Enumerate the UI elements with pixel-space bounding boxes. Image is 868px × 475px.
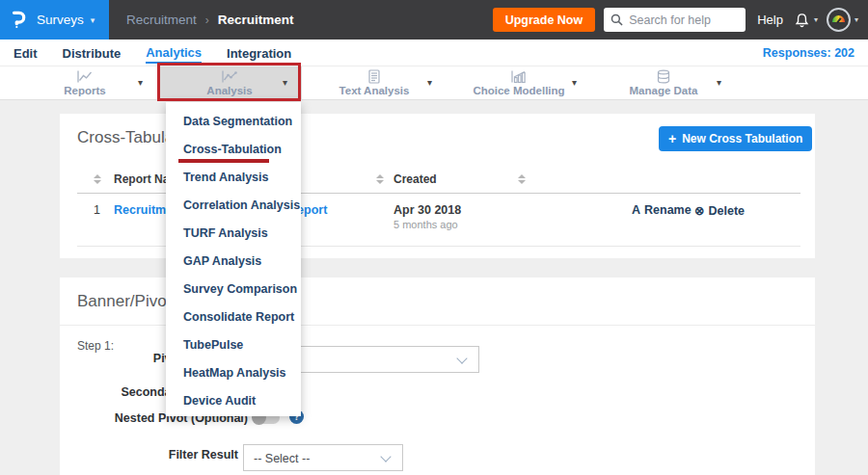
menu-item-tubepulse[interactable]: TubePulse: [166, 331, 301, 359]
menu-item-consolidate-report[interactable]: Consolidate Report: [166, 303, 301, 331]
new-cross-tabulation-button[interactable]: + New Cross Tabulation: [659, 126, 812, 151]
breadcrumb-separator-icon: ›: [205, 13, 209, 27]
product-label: Surveys: [37, 13, 84, 27]
chevron-down-icon: ▾: [717, 77, 721, 88]
menu-item-heatmap-analysis[interactable]: HeatMap Analysis: [166, 359, 301, 387]
toolbar-label: Choice Modelling: [473, 85, 564, 96]
sort-icon[interactable]: [94, 174, 101, 184]
rename-font-icon: A: [632, 203, 640, 217]
menu-item-trend-analysis[interactable]: Trend Analysis: [166, 164, 301, 192]
breadcrumb-current: Recruitment: [218, 13, 294, 27]
delete-button[interactable]: ⊗Delete: [694, 203, 745, 218]
row-index: 1: [94, 203, 100, 217]
analysis-dropdown-menu: Data Segmentation Cross-Tabulation Trend…: [166, 102, 301, 416]
line-chart-icon: [75, 69, 95, 84]
plus-icon: +: [668, 131, 676, 146]
topbar-right-actions: Upgrade Now Help ▾ ▾: [493, 8, 868, 32]
menu-item-gap-analysis[interactable]: GAP Analysis: [166, 248, 301, 276]
account-gauge-avatar-icon: [827, 8, 851, 32]
document-lines-icon: [365, 69, 384, 84]
chevron-down-icon: ▾: [138, 77, 143, 88]
database-icon: [654, 69, 673, 84]
tab-distribute[interactable]: Distribute: [63, 43, 122, 63]
bell-icon: [794, 13, 810, 28]
toolbar-label: Reports: [64, 85, 105, 96]
responses-count[interactable]: Responses: 202: [763, 46, 854, 60]
rename-button[interactable]: ARename: [632, 203, 692, 217]
help-search-box[interactable]: [604, 8, 746, 32]
notifications-bell-button[interactable]: ▾: [794, 13, 818, 28]
sort-icon[interactable]: [376, 174, 384, 184]
menu-item-survey-comparison[interactable]: Survey Comparison: [166, 276, 301, 303]
search-icon: [610, 13, 623, 26]
step-label: Step 1:: [77, 339, 114, 353]
filter-result-label: Filter Result: [60, 448, 238, 462]
menu-item-device-audit[interactable]: Device Audit: [166, 387, 301, 415]
toolbar-label: Manage Data: [630, 85, 698, 96]
breadcrumb: Recruitment › Recruitment: [126, 13, 294, 27]
tab-edit[interactable]: Edit: [14, 43, 38, 63]
bar-chart-icon: [509, 69, 529, 84]
scatter-chart-icon: [220, 69, 239, 84]
filter-select-value: -- Select --: [254, 452, 310, 465]
menu-item-data-segmentation[interactable]: Data Segmentation: [166, 108, 301, 136]
toolbar-label: Analysis: [206, 85, 252, 96]
chevron-down-icon: [456, 353, 467, 363]
rename-label: Rename: [644, 203, 692, 217]
toolbar-group-reports[interactable]: Reports ▾: [13, 66, 157, 99]
search-input[interactable]: [629, 13, 740, 27]
toolbar-group-text-analysis[interactable]: Text Analysis ▾: [302, 66, 447, 99]
chevron-down-icon: ▾: [814, 15, 818, 24]
menu-item-turf-analysis[interactable]: TURF Analysis: [166, 220, 301, 248]
menu-item-cross-tabulation[interactable]: Cross-Tabulation: [166, 136, 301, 164]
toolbar-label: Text Analysis: [339, 85, 410, 96]
chevron-down-icon: [380, 451, 391, 462]
menu-item-label: Cross-Tabulation: [183, 143, 282, 156]
delete-circle-x-icon: ⊗: [694, 204, 704, 218]
toolbar-group-analysis[interactable]: Analysis ▾: [157, 66, 302, 99]
red-annotation-underline: [178, 159, 269, 163]
analytics-toolbar: Reports ▾ Analysis ▾ Text Analysis ▾: [0, 66, 868, 100]
chevron-down-icon: ▾: [91, 15, 95, 25]
new-cross-tabulation-label: New Cross Tabulation: [682, 132, 802, 145]
menu-item-correlation-analysis[interactable]: Correlation Analysis: [166, 192, 301, 220]
toolbar-group-manage-data[interactable]: Manage Data ▾: [591, 66, 736, 99]
top-bar: Surveys ▾ Recruitment › Recruitment Upgr…: [0, 0, 868, 40]
help-link[interactable]: Help: [757, 13, 783, 27]
tab-analytics[interactable]: Analytics: [146, 42, 202, 64]
chevron-down-icon: ▾: [854, 15, 858, 24]
column-header-created[interactable]: Created: [393, 172, 437, 186]
questionpro-logo-icon: [9, 10, 28, 31]
chevron-down-icon: ▾: [427, 77, 432, 88]
chevron-down-icon: ▾: [572, 77, 577, 88]
sort-icon[interactable]: [518, 174, 526, 184]
filter-result-select[interactable]: -- Select --: [243, 444, 403, 471]
surveys-product-switcher[interactable]: Surveys ▾: [0, 0, 109, 40]
survey-section-nav: Edit Distribute Analytics Integration Re…: [0, 40, 868, 66]
upgrade-now-button[interactable]: Upgrade Now: [493, 8, 596, 32]
delete-label: Delete: [708, 204, 745, 218]
created-date: Apr 30 2018: [393, 203, 461, 217]
breadcrumb-parent[interactable]: Recruitment: [126, 13, 197, 27]
chevron-down-icon: ▾: [283, 77, 287, 88]
toolbar-group-choice-modelling[interactable]: Choice Modelling ▾: [447, 66, 591, 99]
account-menu-button[interactable]: ▾: [827, 8, 858, 32]
tab-integration[interactable]: Integration: [227, 43, 291, 63]
created-ago: 5 months ago: [393, 219, 458, 230]
